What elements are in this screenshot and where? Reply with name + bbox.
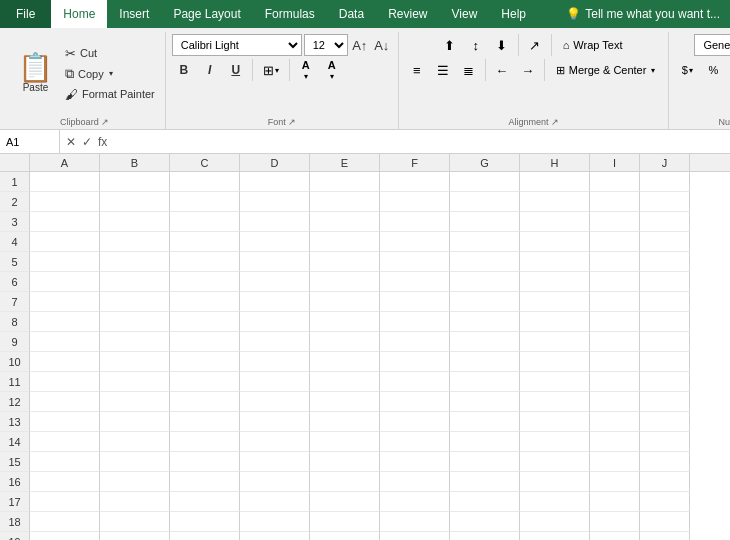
cell-b12[interactable] xyxy=(100,392,170,412)
cell-f3[interactable] xyxy=(380,212,450,232)
cell-b14[interactable] xyxy=(100,432,170,452)
currency-button[interactable]: $▾ xyxy=(675,59,699,81)
cell-f15[interactable] xyxy=(380,452,450,472)
cell-a18[interactable] xyxy=(30,512,100,532)
copy-button[interactable]: ⧉ Copy ▾ xyxy=(61,64,159,84)
cell-d16[interactable] xyxy=(240,472,310,492)
cell-a16[interactable] xyxy=(30,472,100,492)
cell-e13[interactable] xyxy=(310,412,380,432)
number-format-select[interactable]: General xyxy=(694,34,730,56)
cell-f1[interactable] xyxy=(380,172,450,192)
col-header-j[interactable]: J xyxy=(640,154,690,171)
font-color-button[interactable]: A ▾ xyxy=(320,59,344,81)
cell-d1[interactable] xyxy=(240,172,310,192)
cell-e6[interactable] xyxy=(310,272,380,292)
cell-a9[interactable] xyxy=(30,332,100,352)
cell-h11[interactable] xyxy=(520,372,590,392)
cell-f16[interactable] xyxy=(380,472,450,492)
cell-h9[interactable] xyxy=(520,332,590,352)
decrease-font-size-button[interactable]: A↓ xyxy=(372,34,392,56)
cell-h6[interactable] xyxy=(520,272,590,292)
cell-f12[interactable] xyxy=(380,392,450,412)
cell-a19[interactable] xyxy=(30,532,100,540)
percent-button[interactable]: % xyxy=(701,59,725,81)
insert-function-icon[interactable]: fx xyxy=(96,133,109,151)
data-menu-item[interactable]: Data xyxy=(327,0,376,28)
cell-h16[interactable] xyxy=(520,472,590,492)
cell-b11[interactable] xyxy=(100,372,170,392)
cell-a10[interactable] xyxy=(30,352,100,372)
col-header-f[interactable]: F xyxy=(380,154,450,171)
row-num-6[interactable]: 6 xyxy=(0,272,30,292)
underline-button[interactable]: U xyxy=(224,59,248,81)
cell-e9[interactable] xyxy=(310,332,380,352)
cell-h3[interactable] xyxy=(520,212,590,232)
cell-g1[interactable] xyxy=(450,172,520,192)
cell-c14[interactable] xyxy=(170,432,240,452)
increase-font-size-button[interactable]: A↑ xyxy=(350,34,370,56)
cell-j7[interactable] xyxy=(640,292,690,312)
row-num-16[interactable]: 16 xyxy=(0,472,30,492)
align-left-button[interactable]: ≡ xyxy=(405,59,429,81)
cell-d5[interactable] xyxy=(240,252,310,272)
cell-j16[interactable] xyxy=(640,472,690,492)
cell-e11[interactable] xyxy=(310,372,380,392)
cell-a17[interactable] xyxy=(30,492,100,512)
cell-b16[interactable] xyxy=(100,472,170,492)
cell-f2[interactable] xyxy=(380,192,450,212)
cell-j15[interactable] xyxy=(640,452,690,472)
row-num-13[interactable]: 13 xyxy=(0,412,30,432)
cell-h8[interactable] xyxy=(520,312,590,332)
view-menu-item[interactable]: View xyxy=(440,0,490,28)
cell-f17[interactable] xyxy=(380,492,450,512)
cell-h12[interactable] xyxy=(520,392,590,412)
cell-e5[interactable] xyxy=(310,252,380,272)
cell-b19[interactable] xyxy=(100,532,170,540)
cell-j6[interactable] xyxy=(640,272,690,292)
file-menu-item[interactable]: File xyxy=(0,0,51,28)
cell-d8[interactable] xyxy=(240,312,310,332)
cell-a8[interactable] xyxy=(30,312,100,332)
cell-c6[interactable] xyxy=(170,272,240,292)
row-num-18[interactable]: 18 xyxy=(0,512,30,532)
tell-me-text[interactable]: 💡Tell me what you want t... xyxy=(556,7,730,21)
merge-center-button[interactable]: ⊞ Merge & Center ▾ xyxy=(549,61,663,80)
cell-a15[interactable] xyxy=(30,452,100,472)
cell-c9[interactable] xyxy=(170,332,240,352)
cell-i12[interactable] xyxy=(590,392,640,412)
cell-b13[interactable] xyxy=(100,412,170,432)
cell-i8[interactable] xyxy=(590,312,640,332)
cell-c4[interactable] xyxy=(170,232,240,252)
cell-g14[interactable] xyxy=(450,432,520,452)
cell-c8[interactable] xyxy=(170,312,240,332)
wrap-text-button[interactable]: ⌂ Wrap Text xyxy=(556,36,630,54)
cell-f13[interactable] xyxy=(380,412,450,432)
cell-c2[interactable] xyxy=(170,192,240,212)
cell-b2[interactable] xyxy=(100,192,170,212)
borders-button[interactable]: ⊞▾ xyxy=(257,59,285,81)
cell-d11[interactable] xyxy=(240,372,310,392)
cell-d17[interactable] xyxy=(240,492,310,512)
cell-j2[interactable] xyxy=(640,192,690,212)
cell-h15[interactable] xyxy=(520,452,590,472)
cell-h18[interactable] xyxy=(520,512,590,532)
alignment-expand-icon[interactable]: ↗ xyxy=(551,117,559,127)
formula-input[interactable] xyxy=(113,136,730,148)
cell-b15[interactable] xyxy=(100,452,170,472)
cell-b5[interactable] xyxy=(100,252,170,272)
cell-h2[interactable] xyxy=(520,192,590,212)
cell-e19[interactable] xyxy=(310,532,380,540)
cell-i15[interactable] xyxy=(590,452,640,472)
cancel-formula-icon[interactable]: ✕ xyxy=(64,133,78,151)
cell-b6[interactable] xyxy=(100,272,170,292)
cell-h19[interactable] xyxy=(520,532,590,540)
cell-c13[interactable] xyxy=(170,412,240,432)
cell-g2[interactable] xyxy=(450,192,520,212)
cell-c7[interactable] xyxy=(170,292,240,312)
cell-a6[interactable] xyxy=(30,272,100,292)
cell-c5[interactable] xyxy=(170,252,240,272)
cell-f9[interactable] xyxy=(380,332,450,352)
cell-c1[interactable] xyxy=(170,172,240,192)
cell-a12[interactable] xyxy=(30,392,100,412)
home-menu-item[interactable]: Home xyxy=(51,0,107,28)
